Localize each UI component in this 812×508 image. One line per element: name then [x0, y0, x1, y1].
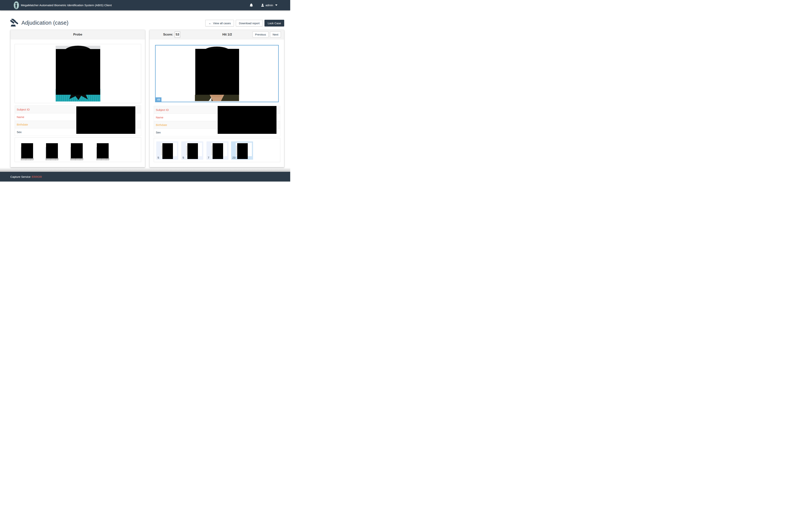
redaction-overlay — [187, 143, 198, 159]
hit-subject-id-label: Subject ID — [156, 108, 169, 112]
hit-panel: Score: Hit 1/2 Previous Next 49 — [149, 30, 284, 167]
redaction-overlay — [76, 107, 135, 134]
arrow-left-icon: ← — [208, 22, 212, 25]
capture-service-label: Capture Service — [10, 175, 31, 178]
next-hit-button[interactable]: Next — [270, 31, 281, 38]
redaction-overlay — [21, 143, 33, 159]
fingerprint-texture — [70, 158, 83, 160]
abis-client-window: MegaMatcher Automated Biometric Identifi… — [0, 0, 290, 181]
redaction-overlay — [162, 143, 173, 159]
redaction-overlay — [56, 49, 100, 95]
footer-shadow — [0, 168, 290, 172]
hit-photo-frame[interactable]: 49 — [155, 45, 279, 102]
fingerprint-score: 7 — [208, 156, 209, 159]
hit-name-label: Name — [156, 116, 163, 119]
capture-service-status: ERROR — [32, 175, 42, 178]
status-footer: Capture Service ERROR — [0, 172, 290, 181]
redaction-overlay — [213, 143, 223, 159]
probe-panel: Probe Subject ID Name Birthdate Sex — [10, 30, 145, 167]
probe-subject-id-label: Subject ID — [17, 108, 30, 111]
hit-fingerprint-card[interactable]: 5 — [156, 141, 178, 160]
page-title: Adjudication (case) — [22, 20, 69, 26]
view-all-cases-label: View all cases — [213, 22, 231, 25]
probe-fingerprints-box — [15, 137, 141, 162]
page-title-row: Adjudication (case) — [10, 19, 69, 27]
probe-name-label: Name — [17, 115, 24, 119]
previous-hit-button[interactable]: Previous — [252, 31, 269, 38]
probe-fingerprint-thumbnail — [45, 143, 60, 161]
fingerprint-texture — [45, 158, 58, 160]
hit-fingerprints-box: 5 5 7 23 — [154, 138, 280, 162]
probe-photo — [56, 46, 100, 101]
download-report-label: Download report — [239, 22, 260, 25]
probe-photo-frame — [15, 44, 141, 103]
hit-sex-label: Sex — [156, 131, 161, 134]
toolbar: ← View all cases Download report Lock Ca… — [205, 20, 284, 27]
redaction-overlay — [195, 49, 239, 95]
fingerprint-texture — [236, 145, 237, 156]
notifications-bell-icon[interactable] — [250, 3, 253, 7]
redaction-overlay — [46, 143, 58, 159]
fingerprint-score: 23 — [232, 156, 236, 159]
probe-fingerprint-thumbnail — [96, 143, 111, 161]
navbar-right: admin — [250, 3, 277, 7]
probe-fingerprint-thumbnail — [70, 143, 85, 161]
fingerprint-score: 5 — [158, 156, 159, 159]
fingerprint-score: 5 — [182, 156, 184, 159]
lock-case-button[interactable]: Lock Case — [264, 20, 284, 27]
probe-birthdate-label: Birthdate — [17, 123, 28, 126]
download-report-button[interactable]: Download report — [236, 20, 263, 27]
redaction-overlay — [218, 106, 276, 134]
probe-panel-header: Probe — [10, 30, 145, 39]
user-icon — [261, 4, 264, 7]
app-logo-icon — [13, 1, 19, 9]
caret-down-icon — [275, 4, 277, 6]
hit-fingerprint-card-selected[interactable]: 23 — [231, 141, 253, 160]
app-title: MegaMatcher Automated Biometric Identifi… — [21, 4, 112, 7]
hit-photo — [195, 46, 239, 101]
fingerprint-texture — [21, 158, 34, 160]
probe-sex-label: Sex — [17, 130, 22, 134]
fingerprint-texture — [211, 145, 212, 156]
probe-fingerprint-thumbnail — [21, 143, 35, 161]
hit-fingerprint-card[interactable]: 5 — [181, 141, 203, 160]
user-name: admin — [265, 4, 273, 7]
lock-case-label: Lock Case — [268, 22, 281, 25]
redaction-overlay — [97, 143, 109, 159]
view-all-cases-button[interactable]: ← View all cases — [205, 20, 234, 27]
hit-pager: Previous Next — [252, 31, 281, 38]
redaction-overlay — [237, 143, 248, 159]
user-menu[interactable]: admin — [261, 4, 277, 7]
hit-photo-chin — [212, 94, 222, 97]
probe-panel-title: Probe — [73, 33, 82, 37]
fingerprint-texture — [161, 145, 162, 156]
hit-fingerprint-card[interactable]: 7 — [207, 141, 228, 160]
top-navbar: MegaMatcher Automated Biometric Identifi… — [0, 0, 290, 10]
redaction-overlay — [71, 143, 83, 159]
jacket-lapel — [221, 95, 239, 101]
hit-birthdate-label: Birthdate — [156, 123, 167, 126]
fingerprint-texture — [96, 158, 109, 160]
match-score-badge: 49 — [156, 97, 162, 102]
gavel-icon — [10, 19, 19, 27]
fingerprint-texture — [186, 145, 187, 156]
hit-panel-header: Score: Hit 1/2 Previous Next — [149, 30, 284, 39]
